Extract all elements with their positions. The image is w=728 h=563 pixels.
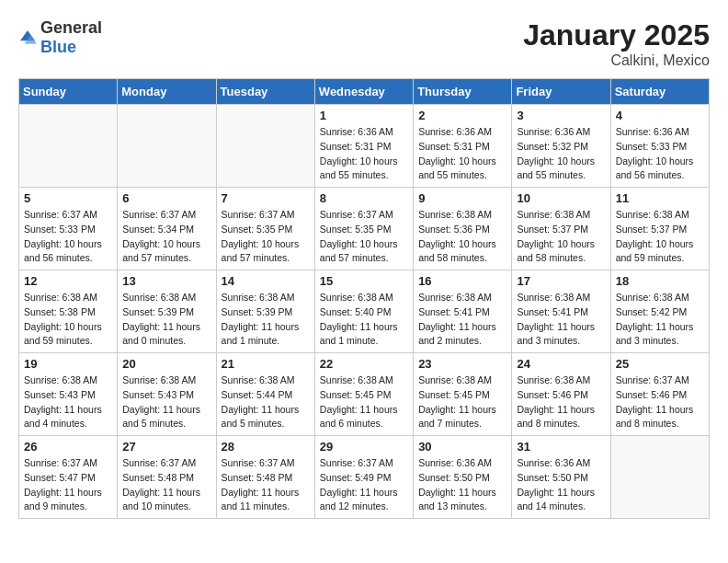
- day-number: 28: [222, 440, 310, 454]
- week-row-1: 1Sunrise: 6:36 AM Sunset: 5:31 PM Daylig…: [19, 105, 710, 188]
- day-number: 31: [517, 440, 605, 454]
- day-cell: 7Sunrise: 6:37 AM Sunset: 5:35 PM Daylig…: [216, 188, 314, 270]
- title-block: January 2025 Calkini, Mexico: [523, 18, 710, 69]
- day-cell: 6Sunrise: 6:37 AM Sunset: 5:34 PM Daylig…: [118, 188, 216, 270]
- week-row-5: 26Sunrise: 6:37 AM Sunset: 5:47 PM Dayli…: [19, 436, 710, 519]
- logo-general: General: [40, 18, 102, 37]
- day-cell: [118, 105, 216, 188]
- day-cell: 30Sunrise: 6:36 AM Sunset: 5:50 PM Dayli…: [414, 436, 512, 519]
- day-info: Sunrise: 6:37 AM Sunset: 5:46 PM Dayligh…: [616, 373, 704, 431]
- day-info: Sunrise: 6:38 AM Sunset: 5:45 PM Dayligh…: [320, 373, 408, 431]
- day-cell: 21Sunrise: 6:38 AM Sunset: 5:44 PM Dayli…: [216, 353, 314, 436]
- day-info: Sunrise: 6:38 AM Sunset: 5:46 PM Dayligh…: [517, 373, 605, 431]
- weekday-header-tuesday: Tuesday: [216, 79, 314, 105]
- day-number: 29: [320, 440, 408, 454]
- weekday-header-monday: Monday: [118, 79, 216, 105]
- day-number: 9: [418, 191, 506, 205]
- day-cell: 16Sunrise: 6:38 AM Sunset: 5:41 PM Dayli…: [414, 270, 512, 353]
- day-info: Sunrise: 6:37 AM Sunset: 5:34 PM Dayligh…: [122, 208, 210, 266]
- day-cell: 3Sunrise: 6:36 AM Sunset: 5:32 PM Daylig…: [512, 105, 610, 188]
- weekday-header-sunday: Sunday: [19, 79, 118, 105]
- week-row-2: 5Sunrise: 6:37 AM Sunset: 5:33 PM Daylig…: [19, 188, 710, 270]
- day-info: Sunrise: 6:38 AM Sunset: 5:39 PM Dayligh…: [222, 291, 310, 349]
- day-info: Sunrise: 6:36 AM Sunset: 5:31 PM Dayligh…: [418, 125, 506, 183]
- calendar-subtitle: Calkini, Mexico: [523, 52, 710, 69]
- day-number: 12: [24, 274, 112, 288]
- day-cell: 1Sunrise: 6:36 AM Sunset: 5:31 PM Daylig…: [314, 105, 413, 188]
- header: General Blue January 2025 Calkini, Mexic…: [18, 18, 710, 69]
- day-info: Sunrise: 6:36 AM Sunset: 5:50 PM Dayligh…: [418, 456, 506, 514]
- logo-icon: [18, 29, 37, 47]
- day-info: Sunrise: 6:36 AM Sunset: 5:32 PM Dayligh…: [517, 125, 605, 183]
- day-number: 27: [122, 440, 210, 454]
- day-info: Sunrise: 6:37 AM Sunset: 5:35 PM Dayligh…: [320, 208, 408, 266]
- day-cell: 31Sunrise: 6:36 AM Sunset: 5:50 PM Dayli…: [512, 436, 610, 519]
- day-number: 6: [122, 191, 210, 205]
- day-cell: 23Sunrise: 6:38 AM Sunset: 5:45 PM Dayli…: [414, 353, 512, 436]
- day-info: Sunrise: 6:38 AM Sunset: 5:41 PM Dayligh…: [517, 291, 605, 349]
- day-cell: 24Sunrise: 6:38 AM Sunset: 5:46 PM Dayli…: [512, 353, 610, 436]
- day-number: 17: [517, 274, 605, 288]
- day-info: Sunrise: 6:37 AM Sunset: 5:33 PM Dayligh…: [24, 208, 112, 266]
- day-cell: 17Sunrise: 6:38 AM Sunset: 5:41 PM Dayli…: [512, 270, 610, 353]
- day-number: 15: [320, 274, 408, 288]
- day-cell: 18Sunrise: 6:38 AM Sunset: 5:42 PM Dayli…: [610, 270, 709, 353]
- day-cell: 8Sunrise: 6:37 AM Sunset: 5:35 PM Daylig…: [314, 188, 413, 270]
- day-info: Sunrise: 6:38 AM Sunset: 5:37 PM Dayligh…: [517, 208, 605, 266]
- day-info: Sunrise: 6:37 AM Sunset: 5:48 PM Dayligh…: [122, 456, 210, 514]
- week-row-3: 12Sunrise: 6:38 AM Sunset: 5:38 PM Dayli…: [19, 270, 710, 353]
- day-info: Sunrise: 6:38 AM Sunset: 5:43 PM Dayligh…: [24, 373, 112, 431]
- day-info: Sunrise: 6:37 AM Sunset: 5:35 PM Dayligh…: [222, 208, 310, 266]
- weekday-header-friday: Friday: [512, 79, 610, 105]
- day-info: Sunrise: 6:38 AM Sunset: 5:37 PM Dayligh…: [616, 208, 704, 266]
- day-number: 14: [222, 274, 310, 288]
- day-info: Sunrise: 6:37 AM Sunset: 5:47 PM Dayligh…: [24, 456, 112, 514]
- day-number: 23: [418, 357, 506, 371]
- day-cell: 26Sunrise: 6:37 AM Sunset: 5:47 PM Dayli…: [19, 436, 118, 519]
- week-row-4: 19Sunrise: 6:38 AM Sunset: 5:43 PM Dayli…: [19, 353, 710, 436]
- day-cell: 29Sunrise: 6:37 AM Sunset: 5:49 PM Dayli…: [314, 436, 413, 519]
- day-number: 22: [320, 357, 408, 371]
- day-cell: 12Sunrise: 6:38 AM Sunset: 5:38 PM Dayli…: [19, 270, 118, 353]
- day-cell: 13Sunrise: 6:38 AM Sunset: 5:39 PM Dayli…: [118, 270, 216, 353]
- day-cell: [610, 436, 709, 519]
- day-number: 16: [418, 274, 506, 288]
- day-info: Sunrise: 6:38 AM Sunset: 5:45 PM Dayligh…: [418, 373, 506, 431]
- day-info: Sunrise: 6:36 AM Sunset: 5:31 PM Dayligh…: [320, 125, 408, 183]
- day-number: 18: [616, 274, 704, 288]
- weekday-header-thursday: Thursday: [414, 79, 512, 105]
- day-cell: 20Sunrise: 6:38 AM Sunset: 5:43 PM Dayli…: [118, 353, 216, 436]
- day-info: Sunrise: 6:36 AM Sunset: 5:50 PM Dayligh…: [517, 456, 605, 514]
- day-number: 8: [320, 191, 408, 205]
- day-number: 10: [517, 191, 605, 205]
- day-cell: 5Sunrise: 6:37 AM Sunset: 5:33 PM Daylig…: [19, 188, 118, 270]
- day-number: 5: [24, 191, 112, 205]
- day-info: Sunrise: 6:38 AM Sunset: 5:36 PM Dayligh…: [418, 208, 506, 266]
- logo: General Blue: [18, 18, 102, 57]
- day-cell: 2Sunrise: 6:36 AM Sunset: 5:31 PM Daylig…: [414, 105, 512, 188]
- day-info: Sunrise: 6:38 AM Sunset: 5:42 PM Dayligh…: [616, 291, 704, 349]
- day-cell: 19Sunrise: 6:38 AM Sunset: 5:43 PM Dayli…: [19, 353, 118, 436]
- day-cell: 10Sunrise: 6:38 AM Sunset: 5:37 PM Dayli…: [512, 188, 610, 270]
- day-number: 13: [122, 274, 210, 288]
- day-info: Sunrise: 6:37 AM Sunset: 5:49 PM Dayligh…: [320, 456, 408, 514]
- day-number: 11: [616, 191, 704, 205]
- day-number: 20: [122, 357, 210, 371]
- day-number: 26: [24, 440, 112, 454]
- day-info: Sunrise: 6:37 AM Sunset: 5:48 PM Dayligh…: [222, 456, 310, 514]
- day-cell: [19, 105, 118, 188]
- day-number: 30: [418, 440, 506, 454]
- day-info: Sunrise: 6:38 AM Sunset: 5:44 PM Dayligh…: [222, 373, 310, 431]
- day-cell: 25Sunrise: 6:37 AM Sunset: 5:46 PM Dayli…: [610, 353, 709, 436]
- day-info: Sunrise: 6:38 AM Sunset: 5:40 PM Dayligh…: [320, 291, 408, 349]
- day-number: 19: [24, 357, 112, 371]
- day-number: 2: [418, 109, 506, 122]
- day-number: 25: [616, 357, 704, 371]
- day-info: Sunrise: 6:38 AM Sunset: 5:38 PM Dayligh…: [24, 291, 112, 349]
- day-cell: 22Sunrise: 6:38 AM Sunset: 5:45 PM Dayli…: [314, 353, 413, 436]
- day-info: Sunrise: 6:38 AM Sunset: 5:39 PM Dayligh…: [122, 291, 210, 349]
- day-info: Sunrise: 6:36 AM Sunset: 5:33 PM Dayligh…: [616, 125, 704, 183]
- day-cell: 4Sunrise: 6:36 AM Sunset: 5:33 PM Daylig…: [610, 105, 709, 188]
- day-number: 24: [517, 357, 605, 371]
- day-number: 7: [222, 191, 310, 205]
